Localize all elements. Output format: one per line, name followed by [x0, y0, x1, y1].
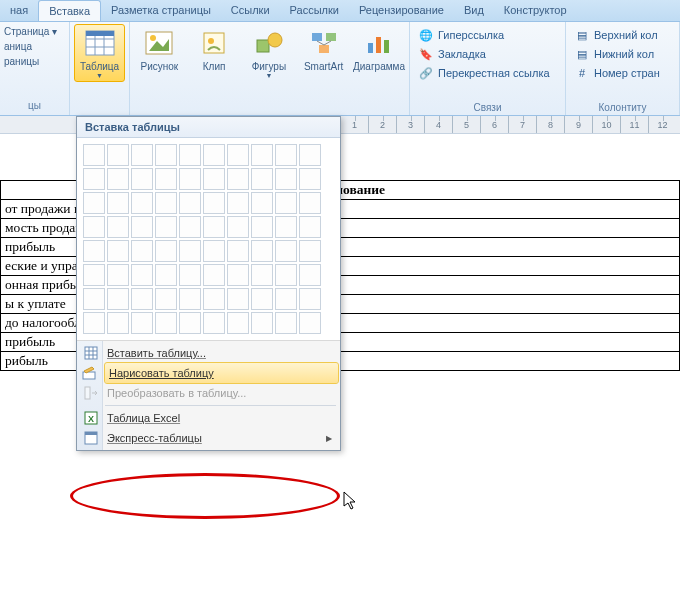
grid-cell[interactable]	[275, 312, 297, 334]
bookmark-button[interactable]: 🔖Закладка	[414, 45, 554, 63]
grid-cell[interactable]	[203, 168, 225, 190]
grid-cell[interactable]	[179, 240, 201, 262]
grid-cell[interactable]	[155, 168, 177, 190]
grid-cell[interactable]	[275, 240, 297, 262]
grid-cell[interactable]	[203, 264, 225, 286]
grid-cell[interactable]	[251, 264, 273, 286]
grid-cell[interactable]	[251, 216, 273, 238]
grid-cell[interactable]	[107, 240, 129, 262]
grid-cell[interactable]	[83, 192, 105, 214]
grid-cell[interactable]	[155, 144, 177, 166]
grid-cell[interactable]	[131, 168, 153, 190]
grid-cell[interactable]	[275, 288, 297, 310]
cover-page-partial[interactable]: Страница ▾	[4, 26, 65, 37]
tab-insert[interactable]: Вставка	[38, 0, 101, 21]
grid-cell[interactable]	[203, 192, 225, 214]
tab-designer[interactable]: Конструктор	[494, 0, 577, 21]
grid-cell[interactable]	[83, 216, 105, 238]
grid-cell[interactable]	[155, 240, 177, 262]
grid-cell[interactable]	[203, 240, 225, 262]
page-break-partial[interactable]: раницы	[4, 56, 65, 67]
grid-cell[interactable]	[299, 240, 321, 262]
grid-cell[interactable]	[107, 264, 129, 286]
grid-cell[interactable]	[83, 312, 105, 334]
grid-cell[interactable]	[227, 216, 249, 238]
grid-cell[interactable]	[275, 192, 297, 214]
hyperlink-button[interactable]: 🌐Гиперссылка	[414, 26, 554, 44]
grid-cell[interactable]	[131, 288, 153, 310]
grid-cell[interactable]	[299, 192, 321, 214]
tab-review[interactable]: Рецензирование	[349, 0, 454, 21]
grid-cell[interactable]	[251, 144, 273, 166]
grid-cell[interactable]	[83, 168, 105, 190]
tab-main-partial[interactable]: ная	[0, 0, 38, 21]
grid-cell[interactable]	[299, 312, 321, 334]
grid-cell[interactable]	[107, 288, 129, 310]
tab-mailings[interactable]: Рассылки	[280, 0, 349, 21]
footer-button[interactable]: ▤Нижний кол	[570, 45, 664, 63]
grid-cell[interactable]	[251, 240, 273, 262]
menu-excel-table[interactable]: X Таблица Excel	[77, 408, 340, 428]
shapes-button[interactable]: Фигуры▼	[244, 24, 295, 82]
grid-cell[interactable]	[299, 144, 321, 166]
grid-cell[interactable]	[179, 168, 201, 190]
grid-cell[interactable]	[227, 144, 249, 166]
grid-cell[interactable]	[83, 288, 105, 310]
grid-cell[interactable]	[227, 312, 249, 334]
table-size-grid[interactable]	[77, 138, 340, 341]
grid-cell[interactable]	[251, 312, 273, 334]
menu-insert-table[interactable]: Вставить таблицу...	[77, 343, 340, 363]
grid-cell[interactable]	[107, 144, 129, 166]
grid-cell[interactable]	[227, 264, 249, 286]
grid-cell[interactable]	[251, 192, 273, 214]
grid-cell[interactable]	[203, 144, 225, 166]
grid-cell[interactable]	[83, 144, 105, 166]
chart-button[interactable]: Диаграмма	[353, 24, 405, 75]
grid-cell[interactable]	[107, 312, 129, 334]
grid-cell[interactable]	[155, 216, 177, 238]
grid-cell[interactable]	[227, 192, 249, 214]
grid-cell[interactable]	[83, 264, 105, 286]
tab-references[interactable]: Ссылки	[221, 0, 280, 21]
grid-cell[interactable]	[275, 144, 297, 166]
grid-cell[interactable]	[155, 192, 177, 214]
smartart-button[interactable]: SmartArt	[298, 24, 349, 75]
crossref-button[interactable]: 🔗Перекрестная ссылка	[414, 64, 554, 82]
picture-button[interactable]: Рисунок	[134, 24, 185, 75]
grid-cell[interactable]	[299, 216, 321, 238]
tab-view[interactable]: Вид	[454, 0, 494, 21]
table-button[interactable]: Таблица ▼	[74, 24, 125, 82]
grid-cell[interactable]	[179, 216, 201, 238]
grid-cell[interactable]	[275, 168, 297, 190]
grid-cell[interactable]	[179, 264, 201, 286]
grid-cell[interactable]	[251, 288, 273, 310]
grid-cell[interactable]	[155, 288, 177, 310]
grid-cell[interactable]	[299, 168, 321, 190]
blank-page-partial[interactable]: аница	[4, 41, 65, 52]
grid-cell[interactable]	[275, 264, 297, 286]
grid-cell[interactable]	[203, 216, 225, 238]
grid-cell[interactable]	[227, 240, 249, 262]
grid-cell[interactable]	[227, 288, 249, 310]
clip-button[interactable]: Клип	[189, 24, 240, 75]
grid-cell[interactable]	[131, 240, 153, 262]
grid-cell[interactable]	[203, 312, 225, 334]
grid-cell[interactable]	[131, 216, 153, 238]
grid-cell[interactable]	[155, 264, 177, 286]
grid-cell[interactable]	[155, 312, 177, 334]
grid-cell[interactable]	[131, 264, 153, 286]
grid-cell[interactable]	[251, 168, 273, 190]
menu-express-tables[interactable]: Экспресс-таблицы ▶	[77, 428, 340, 448]
menu-draw-table[interactable]: Нарисовать таблицу	[105, 363, 338, 383]
grid-cell[interactable]	[227, 168, 249, 190]
grid-cell[interactable]	[107, 216, 129, 238]
grid-cell[interactable]	[179, 192, 201, 214]
grid-cell[interactable]	[107, 168, 129, 190]
grid-cell[interactable]	[275, 216, 297, 238]
tab-page-layout[interactable]: Разметка страницы	[101, 0, 221, 21]
header-button[interactable]: ▤Верхний кол	[570, 26, 664, 44]
grid-cell[interactable]	[299, 288, 321, 310]
grid-cell[interactable]	[179, 144, 201, 166]
grid-cell[interactable]	[299, 264, 321, 286]
grid-cell[interactable]	[179, 288, 201, 310]
